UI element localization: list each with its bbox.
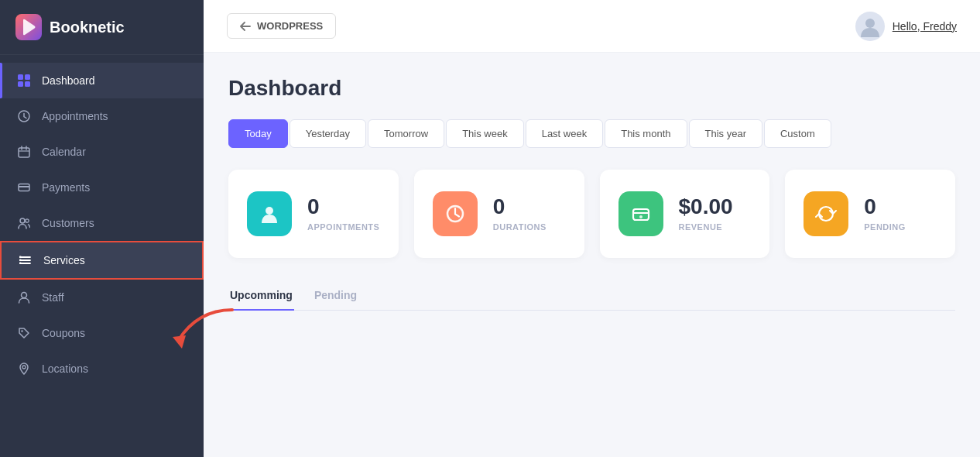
back-arrow-icon	[240, 22, 251, 31]
durations-label: DURATIONS	[493, 222, 547, 232]
main-content: WORDPRESS Hello, Freddy Dashboard Today …	[204, 0, 980, 457]
svg-rect-3	[25, 81, 30, 87]
tab-tomorrow[interactable]: Tomorrow	[368, 119, 444, 148]
logo-icon	[15, 14, 42, 40]
appointments-icon-bg	[247, 191, 292, 236]
avatar	[855, 12, 885, 41]
pending-value: 0	[864, 196, 906, 218]
pending-icon-bg	[804, 191, 848, 236]
sidebar-item-label: Staff	[42, 291, 64, 304]
pending-label: PENDING	[864, 222, 906, 232]
brand-name: Booknetic	[50, 19, 125, 36]
tab-upcoming[interactable]: Upcomming	[228, 281, 294, 311]
sidebar-item-calendar[interactable]: Calendar	[0, 134, 204, 170]
clock-icon	[17, 109, 31, 123]
sidebar-item-label: Locations	[42, 363, 88, 375]
tab-custom[interactable]: Custom	[764, 119, 831, 148]
sidebar-item-label: Calendar	[42, 146, 86, 158]
stat-card-pending: 0 PENDING	[785, 170, 955, 258]
user-greeting[interactable]: Hello, Freddy	[893, 20, 957, 33]
pending-stat-info: 0 PENDING	[864, 196, 906, 232]
sidebar-item-payments[interactable]: Payments	[0, 170, 204, 205]
svg-point-14	[22, 366, 26, 369]
tab-last-week[interactable]: Last week	[526, 119, 604, 148]
svg-rect-5	[19, 148, 29, 157]
durations-icon-bg	[433, 191, 478, 236]
sidebar-item-label: Services	[43, 254, 85, 266]
tab-pending[interactable]: Pending	[313, 281, 358, 311]
appointments-value: 0	[307, 196, 379, 218]
person-icon	[17, 290, 31, 304]
sidebar-item-label: Payments	[42, 181, 90, 194]
sidebar-item-customers[interactable]: Customers	[0, 205, 204, 241]
appointments-stat-info: 0 APPOINTMENTS	[307, 196, 379, 232]
sidebar-item-coupons[interactable]: Coupons	[0, 315, 204, 351]
tab-yesterday[interactable]: Yesterday	[290, 119, 366, 148]
svg-point-13	[21, 330, 22, 332]
appointments-label: APPOINTMENTS	[307, 222, 379, 232]
stat-card-revenue: $0.00 REVENUE	[600, 170, 770, 258]
svg-rect-1	[25, 74, 30, 80]
nav-menu: Dashboard Appointments Calendar	[0, 55, 204, 457]
svg-point-15	[865, 19, 875, 28]
revenue-value: $0.00	[679, 196, 733, 218]
tag-icon	[17, 326, 31, 340]
sidebar-logo: Booknetic	[0, 0, 204, 55]
grid-icon	[17, 74, 31, 88]
tab-this-year[interactable]: This year	[689, 119, 762, 148]
sidebar-item-label: Coupons	[42, 327, 85, 339]
stat-card-appointments: 0 APPOINTMENTS	[228, 170, 399, 258]
revenue-label: REVENUE	[679, 222, 733, 232]
users-icon	[17, 216, 31, 230]
sidebar-item-locations[interactable]: Locations	[0, 351, 204, 387]
revenue-icon-bg	[618, 191, 663, 236]
tab-today[interactable]: Today	[228, 119, 288, 148]
header: WORDPRESS Hello, Freddy	[204, 0, 980, 53]
svg-rect-11	[19, 263, 22, 265]
sidebar-item-dashboard[interactable]: Dashboard	[0, 63, 204, 98]
svg-point-8	[26, 219, 29, 222]
svg-point-12	[22, 293, 27, 298]
durations-value: 0	[493, 196, 547, 218]
tab-this-week[interactable]: This week	[446, 119, 524, 148]
wordpress-button[interactable]: WORDPRESS	[227, 13, 336, 39]
revenue-stat-info: $0.00 REVENUE	[679, 196, 733, 232]
card-icon	[17, 180, 31, 194]
sidebar-item-label: Customers	[42, 217, 94, 229]
section-tabs: Upcomming Pending	[228, 281, 955, 311]
sidebar-item-appointments[interactable]: Appointments	[0, 98, 204, 134]
page-title: Dashboard	[228, 76, 955, 101]
wordpress-label: WORDPRESS	[257, 20, 323, 32]
svg-rect-0	[18, 74, 23, 80]
stats-row: 0 APPOINTMENTS 0 DURATIONS	[228, 170, 955, 258]
sidebar-item-label: Dashboard	[42, 74, 95, 87]
svg-rect-2	[18, 81, 23, 87]
tab-this-month[interactable]: This month	[605, 119, 687, 148]
calendar-icon	[17, 145, 31, 159]
stat-card-durations: 0 DURATIONS	[414, 170, 584, 258]
sidebar: Booknetic Dashboard Appoi	[0, 0, 204, 457]
list-icon	[19, 253, 33, 267]
sidebar-item-label: Appointments	[42, 110, 108, 122]
page-content: Dashboard Today Yesterday Tomorrow This …	[204, 53, 980, 457]
user-info: Hello, Freddy	[855, 12, 957, 41]
svg-point-7	[20, 218, 25, 223]
sidebar-item-staff[interactable]: Staff	[0, 280, 204, 315]
svg-rect-9	[19, 256, 22, 259]
svg-rect-10	[19, 259, 22, 262]
svg-point-16	[266, 207, 273, 215]
svg-point-19	[639, 215, 642, 218]
location-icon	[17, 362, 31, 376]
date-filter-tabs: Today Yesterday Tomorrow This week Last …	[228, 119, 955, 148]
sidebar-item-services[interactable]: Services	[0, 241, 204, 280]
durations-stat-info: 0 DURATIONS	[493, 196, 547, 232]
